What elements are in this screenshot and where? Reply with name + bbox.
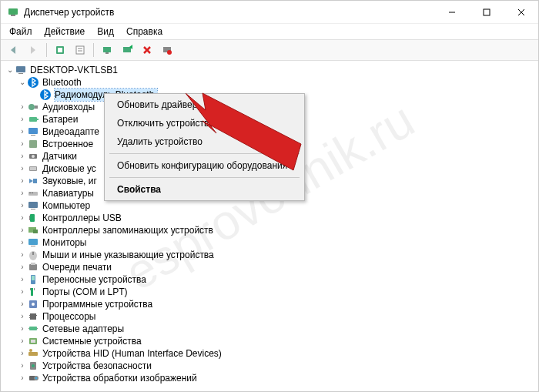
twisty-closed-icon[interactable]: ›	[18, 187, 27, 199]
ctx-remove-device[interactable]: Удалить устройство	[106, 132, 303, 151]
separator	[46, 43, 47, 57]
tree-category[interactable]: ›Устройства безопасности	[2, 360, 538, 372]
twisty-closed-icon[interactable]: ›	[18, 249, 27, 261]
maximize-button[interactable]	[469, 1, 504, 24]
svg-rect-28	[37, 119, 38, 120]
tree-category[interactable]: ›Устройства обработки изображений	[2, 372, 538, 384]
twisty-closed-icon[interactable]: ›	[18, 323, 27, 335]
context-menu: Обновить драйвер Отключить устройство Уд…	[104, 93, 305, 201]
category-label: Программные устройства	[42, 298, 156, 310]
tree-category[interactable]: ›Устройства HID (Human Interface Devices…	[2, 347, 538, 360]
svg-rect-29	[28, 128, 38, 134]
twisty-closed-icon[interactable]: ›	[18, 138, 27, 150]
twisty-closed-icon[interactable]: ›	[18, 360, 27, 372]
tree-category[interactable]: ›Сетевые адаптеры	[2, 323, 538, 335]
tree-category[interactable]: ›Контроллеры USB	[2, 212, 538, 224]
device-category-icon	[27, 273, 39, 286]
svg-rect-65	[28, 328, 29, 329]
device-category-icon	[27, 162, 39, 175]
category-label: Звуковые, иг	[42, 175, 100, 187]
twisty-open-icon[interactable]: ⌄	[5, 64, 15, 76]
tree-category[interactable]: ›Мыши и иные указывающие устройства	[2, 249, 538, 261]
tree-root[interactable]: ⌄ DESKTOP-VKTLSB1	[2, 64, 538, 76]
twisty-closed-icon[interactable]: ›	[18, 335, 27, 347]
svg-rect-61	[29, 315, 30, 316]
tree-category[interactable]: ›Контроллеры запоминающих устройств	[2, 224, 538, 236]
tree-category[interactable]: ›Компьютер	[2, 199, 538, 212]
forward-button[interactable]	[24, 41, 42, 59]
category-label: Очереди печати	[42, 261, 115, 273]
twisty-closed-icon[interactable]: ›	[18, 286, 27, 298]
device-category-icon	[27, 298, 39, 310]
svg-rect-1	[11, 15, 15, 16]
twisty-closed-icon[interactable]: ›	[18, 212, 27, 224]
twisty-closed-icon[interactable]: ›	[18, 175, 27, 187]
show-hidden-button[interactable]	[51, 41, 69, 59]
device-category-icon	[27, 138, 39, 150]
properties-button[interactable]	[71, 41, 89, 59]
category-label: Устройства HID (Human Interface Devices)	[42, 347, 225, 360]
tree-category-bluetooth[interactable]: ⌄ Bluetooth	[2, 76, 538, 89]
svg-point-25	[28, 104, 35, 110]
tree-category[interactable]: ›Порты (COM и LPT)	[2, 286, 538, 298]
device-category-icon	[27, 175, 39, 187]
svg-rect-51	[29, 264, 37, 270]
svg-rect-38	[28, 192, 38, 196]
twisty-closed-icon[interactable]: ›	[18, 126, 27, 138]
menu-action[interactable]: Действие	[39, 25, 91, 39]
svg-rect-69	[28, 352, 38, 356]
svg-point-72	[32, 364, 35, 367]
menu-file[interactable]: Файл	[4, 25, 38, 39]
twisty-closed-icon[interactable]: ›	[18, 199, 27, 212]
ctx-disable-device[interactable]: Отключить устройство	[106, 114, 303, 132]
uninstall-button[interactable]	[138, 41, 156, 59]
back-button[interactable]	[4, 41, 22, 59]
tree-category[interactable]: ›Переносные устройства	[2, 273, 538, 286]
tree-category[interactable]: ›Программные устройства	[2, 298, 538, 310]
titlebar: Диспетчер устройств	[1, 1, 538, 24]
device-category-icon	[27, 199, 39, 212]
twisty-closed-icon[interactable]: ›	[18, 261, 27, 273]
twisty-closed-icon[interactable]: ›	[18, 224, 27, 236]
close-button[interactable]	[504, 1, 538, 24]
category-label: Встроенное	[42, 138, 96, 150]
minimize-button[interactable]	[434, 1, 469, 24]
twisty-closed-icon[interactable]: ›	[18, 236, 27, 249]
separator	[109, 153, 300, 154]
twisty-closed-icon[interactable]: ›	[18, 372, 27, 384]
tree-category[interactable]: ›Процессоры	[2, 310, 538, 323]
twisty-closed-icon[interactable]: ›	[18, 113, 27, 126]
svg-point-59	[32, 303, 35, 306]
twisty-closed-icon[interactable]: ›	[18, 162, 27, 175]
update-driver-button[interactable]	[118, 41, 136, 59]
menu-help[interactable]: Справка	[121, 25, 168, 39]
twisty-closed-icon[interactable]: ›	[18, 347, 27, 360]
twisty-closed-icon[interactable]: ›	[18, 150, 27, 162]
device-category-icon	[27, 310, 39, 323]
category-label: Контроллеры USB	[42, 212, 125, 224]
device-category-icon	[27, 335, 39, 347]
twisty-closed-icon[interactable]: ›	[18, 101, 27, 113]
menu-view[interactable]: Вид	[92, 25, 119, 39]
scan-button[interactable]	[98, 41, 116, 59]
twisty-closed-icon[interactable]: ›	[18, 310, 27, 323]
device-category-icon	[27, 113, 39, 126]
tree-category[interactable]: ›Мониторы	[2, 236, 538, 249]
tree-category[interactable]: ›Системные устройства	[2, 335, 538, 347]
ctx-update-driver[interactable]: Обновить драйвер	[106, 95, 303, 114]
svg-rect-44	[29, 216, 30, 220]
tree-category[interactable]: ›Очереди печати	[2, 261, 538, 273]
twisty-closed-icon[interactable]: ›	[18, 298, 27, 310]
ctx-properties[interactable]: Свойства	[106, 180, 303, 199]
separator	[109, 177, 300, 178]
category-label: Мониторы	[42, 236, 89, 249]
svg-rect-9	[58, 48, 62, 52]
svg-rect-27	[29, 117, 37, 122]
twisty-open-icon[interactable]: ⌄	[18, 76, 27, 89]
window-title: Диспетчер устройств	[24, 7, 434, 18]
device-category-icon	[27, 101, 39, 113]
category-label: Переносные устройства	[42, 273, 149, 286]
ctx-scan-hardware[interactable]: Обновить конфигурацию оборудования	[106, 156, 303, 175]
disable-button[interactable]	[158, 41, 176, 59]
twisty-closed-icon[interactable]: ›	[18, 273, 27, 286]
